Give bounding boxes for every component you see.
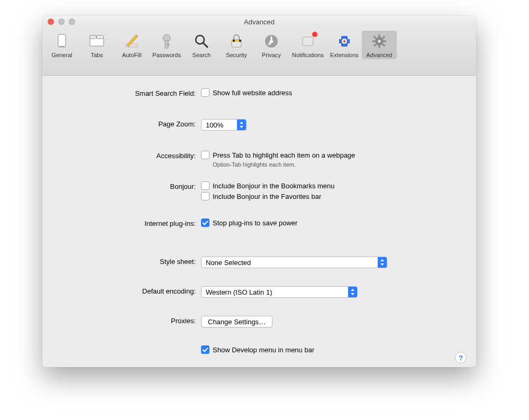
- change-settings-label: Change Settings…: [208, 318, 266, 326]
- svg-rect-0: [58, 34, 66, 47]
- svg-rect-29: [373, 44, 377, 47]
- stylesheet-select[interactable]: None Selected: [201, 257, 387, 268]
- toolbar-label: General: [51, 52, 72, 58]
- show-develop-label: Show Develop menu in menu bar: [213, 346, 314, 354]
- press-tab-checkbox[interactable]: [201, 151, 209, 159]
- autofill-icon: [123, 33, 140, 50]
- extensions-icon: [336, 33, 353, 50]
- toolbar-item-privacy[interactable]: Privacy: [254, 31, 289, 59]
- stop-plugins-label: Stop plug-ins to save power: [213, 219, 297, 227]
- svg-point-22: [378, 40, 381, 43]
- stepper-icon: [378, 257, 387, 268]
- toolbar-item-general[interactable]: General: [44, 31, 79, 59]
- change-settings-button[interactable]: Change Settings…: [201, 316, 272, 327]
- titlebar: Advanced: [42, 16, 476, 28]
- general-icon: [53, 33, 70, 50]
- smart-search-label: Smart Search Field:: [53, 88, 201, 97]
- privacy-icon: [263, 33, 280, 50]
- help-icon: ?: [459, 354, 463, 362]
- help-button[interactable]: ?: [455, 352, 467, 363]
- page-zoom-label: Page Zoom:: [53, 119, 201, 128]
- show-full-address-label: Show full website address: [213, 89, 292, 97]
- toolbar-label: Security: [226, 52, 247, 58]
- passwords-icon: [158, 33, 175, 50]
- svg-rect-17: [239, 40, 241, 42]
- window-title: Advanced: [42, 18, 476, 26]
- toolbar-label: Privacy: [262, 52, 281, 58]
- svg-line-11: [203, 43, 207, 47]
- show-full-address-checkbox[interactable]: [201, 88, 209, 97]
- svg-rect-24: [378, 45, 380, 48]
- page-zoom-select[interactable]: 100%: [201, 119, 247, 131]
- page-zoom-value: 100%: [202, 121, 237, 129]
- stylesheet-value: None Selected: [202, 259, 378, 267]
- bonjour-favorites-label: Include Bonjour in the Favorites bar: [213, 193, 321, 200]
- show-develop-checkbox[interactable]: [201, 345, 209, 354]
- encoding-value: Western (ISO Latin 1): [202, 288, 348, 296]
- svg-rect-26: [384, 41, 386, 42]
- press-tab-hint: Option-Tab highlights each item.: [213, 161, 460, 168]
- toolbar-label: Advanced: [366, 52, 392, 58]
- notifications-icon: [299, 33, 316, 50]
- svg-rect-1: [59, 46, 65, 47]
- toolbar-label: AutoFill: [122, 52, 142, 58]
- security-icon: [228, 33, 245, 50]
- plugins-label: Internet plug-ins:: [53, 218, 201, 227]
- toolbar-item-passwords[interactable]: Passwords: [149, 31, 184, 59]
- press-tab-label: Press Tab to highlight each item on a we…: [213, 151, 355, 159]
- svg-rect-9: [167, 44, 169, 45]
- svg-rect-28: [382, 36, 386, 39]
- bonjour-label: Bonjour:: [53, 181, 201, 190]
- toolbar-item-search[interactable]: Search: [184, 31, 219, 59]
- search-icon: [193, 33, 210, 50]
- svg-rect-16: [236, 40, 238, 42]
- content: Smart Search Field: Show full website ad…: [42, 76, 476, 367]
- toolbar-item-tabs[interactable]: + Tabs: [79, 31, 114, 59]
- stepper-icon: [348, 287, 357, 297]
- toolbar-item-advanced[interactable]: Advanced: [362, 31, 397, 59]
- stop-plugins-checkbox[interactable]: [201, 218, 209, 227]
- toolbar-item-security[interactable]: Security: [219, 31, 254, 59]
- toolbar-label: Notifications: [292, 52, 324, 58]
- toolbar-item-autofill[interactable]: AutoFill: [114, 31, 149, 59]
- prefs-window: Advanced General + Tabs AutoFill: [42, 16, 476, 367]
- toolbar: General + Tabs AutoFill Passwords: [42, 28, 476, 76]
- toolbar-item-extensions[interactable]: Extensions: [327, 31, 362, 59]
- encoding-label: Default encoding:: [53, 286, 201, 295]
- bonjour-bookmarks-label: Include Bonjour in the Bookmarks menu: [213, 182, 335, 190]
- accessibility-label: Accessibility:: [53, 151, 201, 160]
- svg-rect-15: [233, 40, 235, 42]
- toolbar-label: Search: [193, 52, 211, 58]
- bonjour-bookmarks-checkbox[interactable]: [201, 181, 209, 190]
- stepper-icon: [237, 120, 246, 130]
- advanced-icon: [371, 33, 388, 50]
- svg-text:+: +: [99, 35, 101, 39]
- svg-rect-25: [372, 41, 375, 42]
- svg-rect-30: [382, 44, 386, 47]
- toolbar-item-notifications[interactable]: Notifications: [289, 31, 327, 59]
- bonjour-favorites-checkbox[interactable]: [201, 192, 209, 200]
- tabs-icon: +: [88, 33, 105, 50]
- svg-rect-23: [378, 34, 380, 37]
- toolbar-label: Tabs: [90, 52, 103, 58]
- toolbar-label: Extensions: [330, 52, 359, 58]
- toolbar-label: Passwords: [152, 52, 181, 58]
- proxies-label: Proxies:: [53, 316, 201, 325]
- stylesheet-label: Style sheet:: [53, 257, 201, 266]
- svg-rect-19: [303, 37, 313, 45]
- svg-rect-3: [90, 35, 96, 39]
- svg-rect-27: [373, 36, 377, 39]
- encoding-select[interactable]: Western (ISO Latin 1): [201, 286, 358, 298]
